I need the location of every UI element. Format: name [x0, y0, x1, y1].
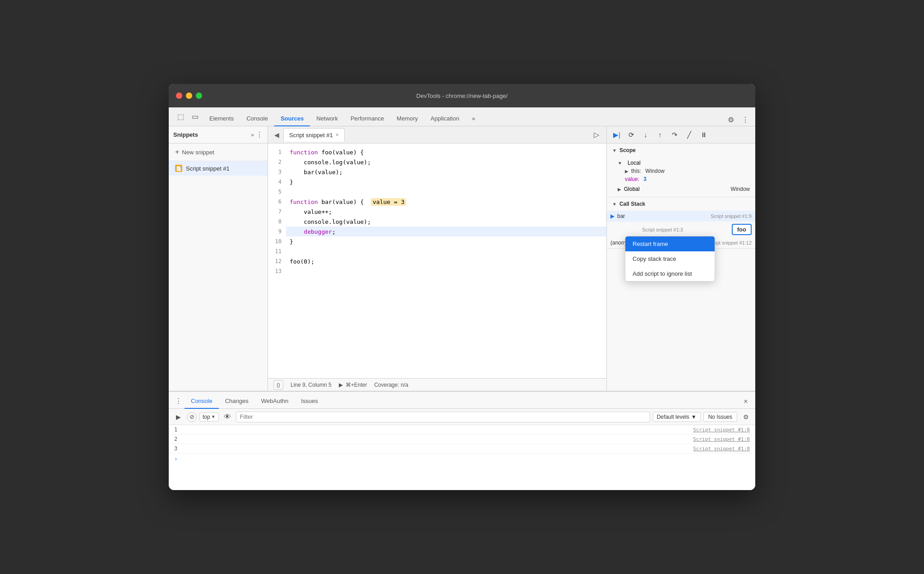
tab-bar-icons: ⬚ ▭ — [172, 107, 203, 126]
format-button[interactable]: {} — [273, 380, 283, 390]
bottom-more-icon[interactable]: ⋮ — [172, 393, 185, 408]
editor-status: {} Line 9, Column 5 ▶ ⌘+Enter Coverage: … — [268, 378, 606, 391]
tab-network[interactable]: Network — [310, 111, 344, 126]
code-line-4: } — [286, 177, 606, 187]
tab-performance[interactable]: Performance — [344, 111, 390, 126]
console-output: 1 Script snippet #1:8 2 Script snippet #… — [169, 425, 755, 490]
console-filter-input[interactable] — [236, 412, 650, 422]
editor-content[interactable]: 1 2 3 4 5 6 7 8 9 10 11 12 13 — [268, 144, 606, 378]
call-stack-header[interactable]: ▼ Call Stack — [607, 197, 755, 211]
resume-button[interactable]: ▶| — [610, 129, 623, 141]
scope-header[interactable]: ▼ Scope — [607, 144, 755, 157]
tab-bar: ⬚ ▭ Elements Console Sources Network Per… — [169, 107, 755, 126]
close-button[interactable] — [176, 93, 182, 99]
bottom-tab-console[interactable]: Console — [185, 394, 219, 409]
tab-console[interactable]: Console — [240, 111, 274, 126]
sidebar-item-snippet1[interactable]: 📄 Script snippet #1 — [169, 161, 268, 176]
scope-this[interactable]: ▶ this: Window — [625, 167, 750, 175]
fullscreen-button[interactable] — [196, 93, 202, 99]
bottom-tabs: ⋮ Console Changes WebAuthn Issues × — [169, 392, 755, 409]
console-execute-icon[interactable]: ▶ — [172, 411, 184, 423]
run-button[interactable]: ▶ ⌘+Enter — [339, 382, 367, 388]
console-prompt[interactable]: › — [169, 454, 755, 464]
sidebar-chevron-icon[interactable]: » — [251, 132, 254, 138]
line-num-4: 4 — [268, 177, 286, 187]
console-link-1[interactable]: Script snippet #1:8 — [693, 427, 750, 433]
global-header[interactable]: ▶ Global Window — [618, 185, 750, 193]
window-title: DevTools - chrome://new-tab-page/ — [416, 93, 508, 99]
tab-elements[interactable]: Elements — [203, 111, 240, 126]
bottom-close-button[interactable]: × — [740, 396, 752, 407]
foo-button[interactable]: foo — [732, 224, 752, 235]
code-line-7: value++; — [286, 207, 606, 217]
console-row-2: 2 Script snippet #1:8 — [169, 435, 755, 444]
code-line-13 — [286, 266, 606, 276]
sidebar: Snippets » ⋮ + New snippet 📄 Script snip… — [169, 126, 268, 391]
inspect-icon[interactable]: ⬚ — [174, 111, 187, 123]
step-out-button[interactable]: ↑ — [654, 129, 666, 141]
right-panel-content: ▼ Scope ▼ Local ▶ this: Window — [607, 144, 755, 391]
tab-sources[interactable]: Sources — [274, 111, 310, 126]
traffic-lights — [176, 93, 202, 99]
code-line-11 — [286, 246, 606, 256]
console-link-2[interactable]: Script snippet #1:8 — [693, 436, 750, 442]
status-coverage: Coverage: n/a — [374, 382, 408, 388]
console-link-3[interactable]: Script snippet #1:8 — [693, 446, 750, 452]
local-header[interactable]: ▼ Local — [618, 159, 750, 167]
pause-button[interactable]: ⏸ — [697, 129, 710, 141]
default-levels-button[interactable]: Default levels ▼ — [653, 412, 701, 422]
no-issues-button[interactable]: No Issues — [703, 412, 737, 422]
step-button[interactable]: ↷ — [668, 129, 681, 141]
scope-triangle-icon: ▼ — [612, 148, 617, 153]
context-menu: Restart frame Copy stack trace Add scrip… — [625, 236, 715, 282]
step-over-button[interactable]: ⟳ — [625, 129, 638, 141]
context-copy-stack-trace[interactable]: Copy stack trace — [625, 251, 715, 266]
value-key: value: — [625, 176, 639, 182]
console-clear-icon[interactable]: ⊘ — [187, 412, 197, 422]
devtools-window: DevTools - chrome://new-tab-page/ ⬚ ▭ El… — [169, 84, 755, 490]
more-icon[interactable]: ⋮ — [739, 113, 752, 126]
line-num-5: 5 — [268, 187, 286, 197]
tab-memory[interactable]: Memory — [390, 111, 424, 126]
bottom-tab-webauthn[interactable]: WebAuthn — [255, 394, 295, 409]
device-icon[interactable]: ▭ — [189, 111, 201, 123]
bottom-tab-changes[interactable]: Changes — [219, 394, 255, 409]
prompt-arrow-icon: › — [174, 455, 178, 462]
global-value: Window — [730, 186, 750, 192]
title-bar: DevTools - chrome://new-tab-page/ — [169, 84, 755, 107]
top-context-selector[interactable]: top ▼ — [199, 412, 219, 421]
line-num-13: 13 — [268, 266, 286, 276]
sidebar-more-icon[interactable]: ⋮ — [256, 130, 263, 139]
settings-icon[interactable]: ⚙ — [725, 113, 737, 126]
deactivate-button[interactable]: ╱ — [683, 129, 695, 141]
editor-run-icon[interactable]: ▷ — [590, 129, 603, 141]
line-num-7: 7 — [268, 207, 286, 217]
console-num-2: 2 — [174, 436, 183, 442]
step-into-button[interactable]: ↓ — [639, 129, 652, 141]
this-value: Window — [644, 168, 665, 174]
call-stack-foo[interactable]: foo Script snippet #1:3 — [607, 222, 755, 237]
call-foo-loc: Script snippet #1:3 — [642, 227, 683, 232]
context-menu-box: Restart frame Copy stack trace Add scrip… — [625, 236, 715, 282]
context-add-ignore[interactable]: Add script to ignore list — [625, 266, 715, 281]
editor-area: ◀ Script snippet #1 × ▷ 1 2 3 4 5 6 — [268, 126, 606, 391]
run-triangle-icon: ▶ — [339, 382, 343, 388]
code-line-3: bar(value); — [286, 167, 606, 177]
new-snippet-button[interactable]: + New snippet — [169, 144, 268, 161]
code-line-9: debugger; — [286, 227, 606, 236]
editor-back-icon[interactable]: ◀ — [270, 129, 283, 141]
tab-application[interactable]: Application — [424, 111, 466, 126]
bottom-tab-issues[interactable]: Issues — [295, 394, 324, 409]
eye-icon[interactable]: 👁 — [222, 411, 233, 423]
minimize-button[interactable] — [186, 93, 192, 99]
new-snippet-label: New snippet — [182, 149, 214, 156]
editor-tab-close-icon[interactable]: × — [336, 132, 339, 138]
editor-tab-snippet1[interactable]: Script snippet #1 × — [283, 128, 345, 142]
line-num-6: 6 — [268, 197, 286, 207]
context-restart-frame[interactable]: Restart frame — [625, 236, 715, 251]
status-line-col: Line 9, Column 5 — [291, 382, 332, 388]
console-settings-icon[interactable]: ⚙ — [740, 411, 752, 423]
call-stack-bar[interactable]: ▶ bar Script snippet #1:9 — [607, 211, 755, 222]
tab-more[interactable]: » — [466, 111, 481, 126]
editor-tab-label: Script snippet #1 — [289, 132, 333, 139]
